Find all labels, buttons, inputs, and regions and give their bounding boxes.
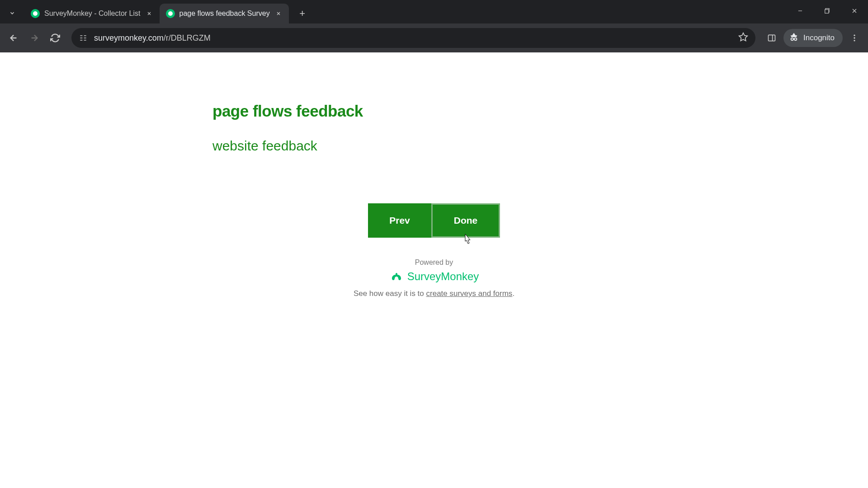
svg-point-5: [791, 38, 794, 40]
surveymonkey-mark-icon: [389, 271, 404, 282]
footer-promo-text: See how easy it is to create surveys and…: [212, 289, 656, 298]
svg-point-8: [854, 37, 855, 38]
incognito-label: Incognito: [803, 33, 835, 42]
surveymonkey-logo[interactable]: SurveyMonkey: [212, 270, 656, 283]
chrome-menu-button[interactable]: [845, 29, 863, 47]
survey-footer: Powered by SurveyMonkey See how easy it …: [212, 258, 656, 298]
tab-title: SurveyMonkey - Collector List: [44, 9, 141, 18]
surveymonkey-wordmark: SurveyMonkey: [407, 270, 479, 283]
url-text: surveymonkey.com/r/DBLRGZM: [94, 33, 211, 43]
powered-by-label: Powered by: [212, 258, 656, 267]
side-panel-button[interactable]: [763, 29, 781, 47]
browser-toolbar: surveymonkey.com/r/DBLRGZM Incognito: [0, 23, 868, 52]
close-tab-button[interactable]: [145, 9, 153, 18]
incognito-icon: [789, 32, 799, 44]
close-window-button[interactable]: [841, 0, 868, 22]
svg-point-7: [854, 35, 855, 36]
prev-button[interactable]: Prev: [368, 203, 431, 238]
create-surveys-link[interactable]: create surveys and forms: [426, 289, 513, 298]
back-button[interactable]: [5, 29, 23, 47]
svg-rect-1: [825, 9, 829, 13]
svg-marker-2: [739, 33, 747, 40]
svg-rect-3: [769, 35, 775, 41]
tab-page-flows-feedback[interactable]: page flows feedback Survey: [160, 4, 289, 23]
reload-button[interactable]: [46, 29, 64, 47]
new-tab-button[interactable]: +: [294, 5, 311, 22]
window-controls: [787, 0, 868, 22]
tabs-dropdown-button[interactable]: [4, 5, 21, 22]
tab-title: page flows feedback Survey: [179, 9, 270, 18]
survey-title: page flows feedback: [212, 102, 656, 120]
incognito-indicator[interactable]: Incognito: [783, 29, 843, 47]
survey-nav-buttons: Prev Done: [212, 203, 656, 238]
close-tab-button[interactable]: [274, 9, 283, 18]
done-button[interactable]: Done: [431, 203, 500, 238]
tab-strip: SurveyMonkey - Collector List page flows…: [0, 0, 868, 23]
forward-button[interactable]: [25, 29, 43, 47]
survey-container: page flows feedback website feedback Pre…: [212, 52, 656, 298]
page-content: page flows feedback website feedback Pre…: [0, 52, 868, 488]
surveymonkey-favicon-icon: [166, 9, 175, 18]
surveymonkey-favicon-icon: [31, 9, 40, 18]
browser-chrome: SurveyMonkey - Collector List page flows…: [0, 0, 868, 52]
tab-surveymonkey-collector[interactable]: SurveyMonkey - Collector List: [24, 4, 160, 23]
maximize-button[interactable]: [814, 0, 841, 22]
address-bar[interactable]: surveymonkey.com/r/DBLRGZM: [71, 28, 755, 48]
bookmark-star-icon[interactable]: [738, 32, 748, 44]
site-info-icon[interactable]: [79, 33, 88, 42]
minimize-button[interactable]: [787, 0, 814, 22]
survey-subtitle: website feedback: [212, 138, 656, 154]
svg-point-9: [854, 40, 855, 41]
svg-point-6: [794, 38, 797, 40]
